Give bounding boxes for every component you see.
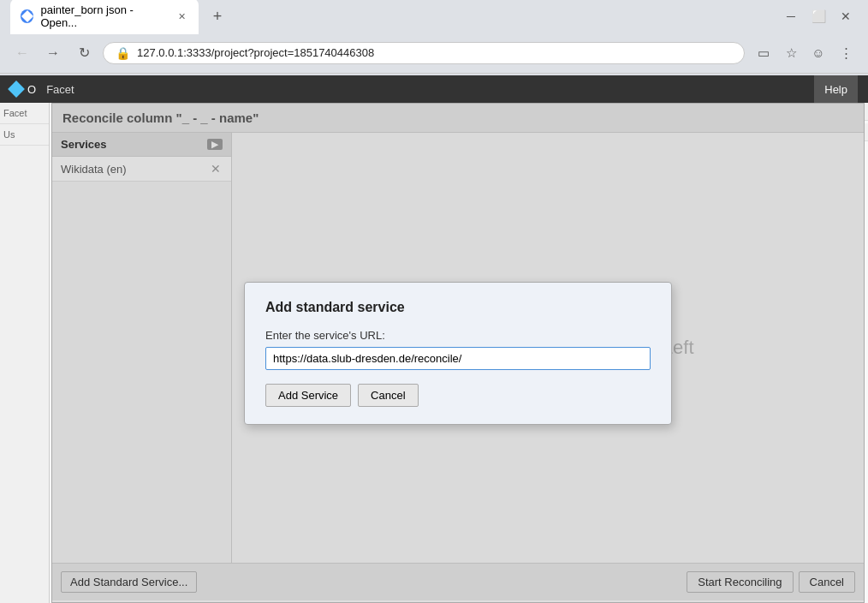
browser-tab[interactable]: painter_born json - Open... ✕ [10, 0, 199, 34]
add-service-modal: Add standard service Enter the service's… [244, 282, 672, 425]
bg-sidebar-facet: Facet [0, 103, 49, 124]
menu-icon[interactable]: ⋮ [834, 41, 858, 65]
bg-sidebar-us: Us [0, 124, 49, 146]
reconcile-dialog: Reconcile column "_ - _ - name" Services… [51, 103, 865, 603]
add-service-button[interactable]: Add Service [265, 384, 351, 407]
address-text: 127.0.0.1:3333/project?project=185174044… [137, 46, 732, 59]
close-window-button[interactable]: ✕ [834, 4, 858, 28]
modal-cancel-button[interactable]: Cancel [358, 384, 418, 407]
help-button[interactable]: Help [814, 75, 858, 103]
new-tab-button[interactable]: + [205, 4, 229, 28]
nav-right-icons: ▭ ☆ ☺ ⋮ [752, 41, 858, 65]
service-url-input[interactable] [265, 347, 651, 370]
browser-navbar: ← → ↻ 🔒 127.0.0.1:3333/project?project=1… [0, 33, 868, 74]
bookmark-icon[interactable]: ☆ [779, 41, 803, 65]
app-logo-text: O [27, 83, 36, 96]
maximize-button[interactable]: ⬜ [806, 4, 830, 28]
page: O Facet Help Facet Us data ▼ last » Reco… [0, 75, 868, 603]
tab-close-button[interactable]: ✕ [175, 9, 188, 23]
app-header: O Facet Help [0, 75, 868, 103]
modal-overlay: Add standard service Enter the service's… [52, 104, 864, 602]
address-bar[interactable]: 🔒 127.0.0.1:3333/project?project=1851740… [103, 42, 745, 64]
back-button[interactable]: ← [10, 41, 34, 65]
reload-button[interactable]: ↻ [72, 41, 96, 65]
minimize-button[interactable]: ─ [779, 4, 803, 28]
tab-title: painter_born json - Open... [40, 3, 168, 29]
modal-buttons: Add Service Cancel [265, 384, 651, 407]
app-logo: O [10, 83, 36, 96]
modal-title: Add standard service [265, 300, 651, 315]
facet-nav-item[interactable]: Facet [36, 75, 85, 103]
modal-url-label: Enter the service's URL: [265, 329, 651, 342]
browser-titlebar: painter_born json - Open... ✕ + ─ ⬜ ✕ [0, 0, 868, 33]
cast-icon[interactable]: ▭ [752, 41, 776, 65]
profile-icon[interactable]: ☺ [806, 41, 830, 65]
window-controls: ─ ⬜ ✕ [779, 4, 858, 28]
forward-button[interactable]: → [41, 41, 65, 65]
logo-icon [8, 81, 25, 98]
tab-favicon [21, 9, 33, 23]
app-nav: Facet [36, 75, 85, 103]
